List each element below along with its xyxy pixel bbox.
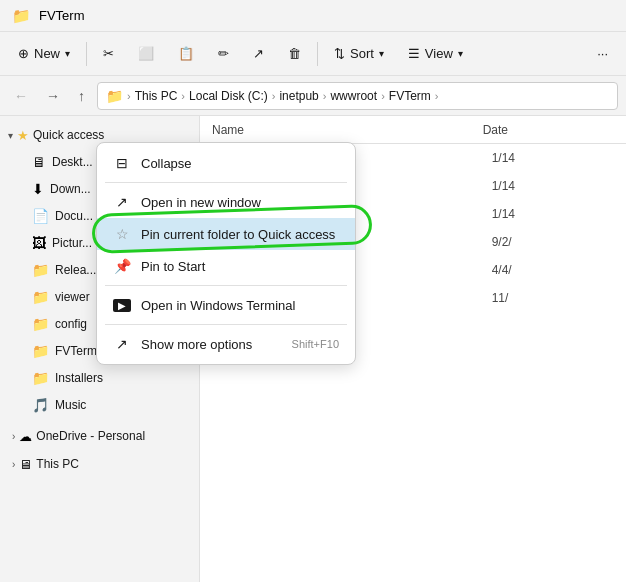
address-bar: ← → ↑ 📁 › This PC › Local Disk (C:) › in… [0, 76, 626, 116]
open-terminal-label: Open in Windows Terminal [141, 298, 339, 313]
menu-item-show-more[interactable]: ↗ Show more options Shift+F10 [97, 328, 355, 360]
more-icon: ··· [597, 46, 608, 61]
forward-button[interactable]: → [40, 84, 66, 108]
col-name-header[interactable]: Name [208, 123, 479, 137]
music-icon: 🎵 [32, 397, 49, 413]
sidebar-fvterm-label: FVTerm [55, 344, 97, 358]
title-bar-icon: 📁 [12, 7, 31, 25]
delete-icon: 🗑 [288, 46, 301, 61]
rename-icon: ✏ [218, 46, 229, 61]
menu-item-open-new-window[interactable]: ↗ Open in new window [97, 186, 355, 218]
thispc-section-header[interactable]: › 🖥 This PC [4, 451, 195, 477]
collapse-label: Collapse [141, 156, 339, 171]
attrstyles-date: 11/ [492, 291, 618, 305]
open-new-window-icon: ↗ [113, 194, 131, 210]
paste-icon: 📋 [178, 46, 194, 61]
pin-quick-access-icon: ☆ [113, 226, 131, 242]
pin-quick-access-label: Pin current folder to Quick access [141, 227, 339, 242]
installers-icon: 📁 [32, 370, 49, 386]
menu-item-collapse[interactable]: ⊟ Collapse [97, 147, 355, 179]
breadcrumb-fvterm[interactable]: FVTerm [389, 89, 431, 103]
sidebar-desktop-label: Deskt... [52, 155, 93, 169]
desktop-icon: 🖥 [32, 154, 46, 170]
breadcrumb-sep-2: › [272, 90, 276, 102]
new-icon: ⊕ [18, 46, 29, 61]
breadcrumb-sep-0: › [127, 90, 131, 102]
breadcrumb-sep-5: › [435, 90, 439, 102]
config-icon: 📁 [32, 316, 49, 332]
menu-item-pin-start[interactable]: 📌 Pin to Start [97, 250, 355, 282]
back-button[interactable]: ← [8, 84, 34, 108]
sidebar-documents-label: Docu... [55, 209, 93, 223]
sidebar-item-installers[interactable]: 📁 Installers [4, 365, 195, 391]
toolbar-sep-2 [317, 42, 318, 66]
view-button[interactable]: ☰ View ▾ [398, 36, 473, 72]
copy-icon: ⬜ [138, 46, 154, 61]
alarm-mp3-date: 9/2/ [492, 235, 618, 249]
main-area: ▾ ★ Quick access 🖥 Deskt... ⬇ Down... 📄 … [0, 116, 626, 582]
sort-button[interactable]: ⇅ Sort ▾ [324, 36, 394, 72]
menu-sep-3 [105, 324, 347, 325]
menu-sep-2 [105, 285, 347, 286]
onedrive-section-header[interactable]: › ☁ OneDrive - Personal [4, 423, 195, 449]
sidebar-music-label: Music [55, 398, 86, 412]
view-chevron-icon: ▾ [458, 48, 463, 59]
breadcrumb-sep-4: › [381, 90, 385, 102]
share-button[interactable]: ↗ [243, 36, 274, 72]
toolbar-sep-1 [86, 42, 87, 66]
quick-access-star-icon: ★ [17, 128, 29, 143]
documents-icon: 📄 [32, 208, 49, 224]
context-menu: ⊟ Collapse ↗ Open in new window ☆ Pin cu… [96, 142, 356, 365]
quick-access-label: Quick access [33, 128, 104, 142]
sidebar-release-label: Relea... [55, 263, 96, 277]
title-bar-text: FVTerm [39, 8, 85, 23]
alarm-wav-date: 4/4/ [492, 263, 618, 277]
new-button[interactable]: ⊕ New ▾ [8, 36, 80, 72]
macros-date: 1/14 [492, 151, 618, 165]
open-new-window-label: Open in new window [141, 195, 339, 210]
sidebar-downloads-label: Down... [50, 182, 91, 196]
share-icon: ↗ [253, 46, 264, 61]
copy-button[interactable]: ⬜ [128, 36, 164, 72]
col-date-header[interactable]: Date [479, 123, 618, 137]
terminal-icon: ▶ [113, 299, 131, 312]
release-icon: 📁 [32, 262, 49, 278]
downloads-icon: ⬇ [32, 181, 44, 197]
breadcrumb: 📁 › This PC › Local Disk (C:) › inetpub … [97, 82, 618, 110]
scripts-date: 1/14 [492, 179, 618, 193]
fvterm-icon: 📁 [32, 343, 49, 359]
thispc-expand-icon: › [12, 459, 15, 470]
breadcrumb-inetpub[interactable]: inetpub [279, 89, 318, 103]
more-button[interactable]: ··· [587, 36, 618, 72]
breadcrumb-localdisk[interactable]: Local Disk (C:) [189, 89, 268, 103]
breadcrumb-folder-icon: 📁 [106, 88, 123, 104]
paste-button[interactable]: 📋 [168, 36, 204, 72]
menu-item-pin-quick-access[interactable]: ☆ Pin current folder to Quick access [97, 218, 355, 250]
pin-start-label: Pin to Start [141, 259, 339, 274]
pictures-icon: 🖼 [32, 235, 46, 251]
title-bar: 📁 FVTerm [0, 0, 626, 32]
breadcrumb-wwwroot[interactable]: wwwroot [330, 89, 377, 103]
toolbar: ⊕ New ▾ ✂ ⬜ 📋 ✏ ↗ 🗑 ⇅ Sort ▾ ☰ View ▾ ··… [0, 32, 626, 76]
delete-button[interactable]: 🗑 [278, 36, 311, 72]
sidebar-item-music[interactable]: 🎵 Music [4, 392, 195, 418]
onedrive-expand-icon: › [12, 431, 15, 442]
breadcrumb-sep-1: › [181, 90, 185, 102]
cut-button[interactable]: ✂ [93, 36, 124, 72]
sidebar-config-label: config [55, 317, 87, 331]
breadcrumb-thispc[interactable]: This PC [135, 89, 178, 103]
show-more-shortcut: Shift+F10 [292, 338, 339, 350]
quick-access-chevron-icon: ▾ [8, 130, 13, 141]
sort-chevron-icon: ▾ [379, 48, 384, 59]
file-list-header: Name Date [200, 116, 626, 144]
thispc-label: This PC [36, 457, 79, 471]
onedrive-label: OneDrive - Personal [36, 429, 145, 443]
menu-sep-1 [105, 182, 347, 183]
collapse-icon: ⊟ [113, 155, 131, 171]
svops-date: 1/14 [492, 207, 618, 221]
onedrive-icon: ☁ [19, 429, 32, 444]
thispc-icon: 🖥 [19, 457, 32, 472]
up-button[interactable]: ↑ [72, 84, 91, 108]
menu-item-open-terminal[interactable]: ▶ Open in Windows Terminal [97, 289, 355, 321]
rename-button[interactable]: ✏ [208, 36, 239, 72]
